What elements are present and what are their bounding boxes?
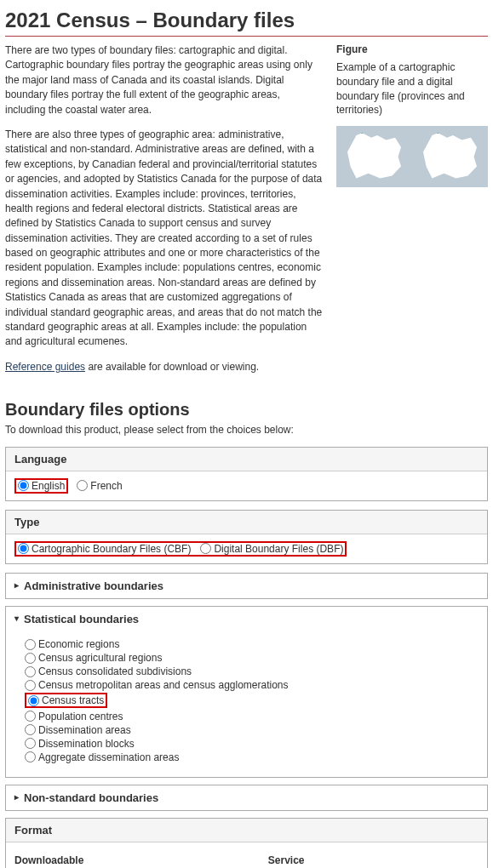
type-cbf-label: Cartographic Boundary Files (CBF) [32, 543, 191, 555]
stat-item-dissemination-areas[interactable]: Dissemination areas [25, 724, 479, 736]
stat-radio-4[interactable] [28, 695, 39, 706]
map-digital-icon [421, 133, 480, 180]
language-panel: Language English French [5, 447, 488, 501]
reference-guides-link[interactable]: Reference guides [5, 361, 85, 373]
stat-item-population-centres[interactable]: Population centres [25, 711, 479, 722]
stat-radio-5[interactable] [25, 711, 36, 722]
map-cartographic-icon [345, 133, 404, 180]
stat-item-agricultural-regions[interactable]: Census agricultural regions [25, 652, 479, 664]
stat-radio-2[interactable] [25, 666, 36, 677]
type-dbf-radio[interactable] [200, 543, 211, 554]
stat-radio-7[interactable] [25, 738, 36, 749]
type-highlight: Cartographic Boundary Files (CBF) Digita… [14, 541, 347, 557]
format-col-downloadable: Downloadable [14, 851, 268, 868]
stat-item-economic-regions[interactable]: Economic regions [25, 638, 479, 650]
intro-paragraph-2: There are also three types of geographic… [5, 128, 323, 350]
language-french-radio[interactable] [77, 480, 88, 491]
type-dbf-label: Digital Boundary Files (DBF) [214, 543, 343, 555]
page-title: 2021 Census – Boundary files [5, 9, 488, 37]
figure-aside: Figure Example of a cartographic boundar… [336, 43, 488, 385]
type-cbf-radio[interactable] [18, 543, 29, 554]
stat-census-tracts-highlight: Census tracts [25, 693, 107, 708]
stat-radio-3[interactable] [25, 680, 36, 691]
language-french-label: French [90, 480, 122, 492]
figure-description: Example of a cartographic boundary file … [336, 60, 488, 117]
intro-text: There are two types of boundary files: c… [5, 43, 323, 385]
stat-item-dissemination-blocks[interactable]: Dissemination blocks [25, 738, 479, 750]
stat-item-cma-ca[interactable]: Census metropolitan areas and census agg… [25, 679, 479, 691]
figure-title: Figure [336, 43, 488, 55]
stat-item-census-tracts[interactable]: Census tracts [28, 694, 104, 706]
format-legend: Format [6, 819, 487, 842]
statistical-boundaries-section[interactable]: Statistical boundaries Economic regions … [5, 606, 488, 778]
options-instruction: To download this product, please select … [5, 423, 488, 437]
administrative-boundaries-section[interactable]: Administrative boundaries [5, 573, 488, 599]
stat-radio-0[interactable] [25, 639, 36, 650]
type-panel: Type Cartographic Boundary Files (CBF) D… [5, 510, 488, 565]
nonstandard-boundaries-summary[interactable]: Non-standard boundaries [6, 785, 487, 810]
language-english-highlight: English [14, 478, 68, 494]
stat-item-consolidated-subdivisions[interactable]: Census consolidated subdivisions [25, 665, 479, 677]
options-heading: Boundary files options [5, 400, 488, 420]
statistical-boundaries-summary[interactable]: Statistical boundaries [6, 607, 487, 631]
intro-paragraph-1: There are two types of boundary files: c… [5, 43, 323, 117]
format-panel: Format Downloadable Service Shapefile (.… [5, 818, 488, 868]
stat-item-aggregate-dissemination-areas[interactable]: Aggregate dissemination areas [25, 751, 479, 763]
nonstandard-boundaries-section[interactable]: Non-standard boundaries [5, 785, 488, 811]
figure-image [336, 126, 488, 187]
stat-radio-8[interactable] [25, 751, 36, 762]
language-english-radio[interactable] [18, 480, 29, 491]
reference-line: Reference guides are available for downl… [5, 360, 323, 374]
language-english-label: English [32, 480, 65, 492]
type-legend: Type [6, 511, 487, 534]
stat-radio-1[interactable] [25, 653, 36, 664]
language-legend: Language [6, 448, 487, 471]
administrative-boundaries-summary[interactable]: Administrative boundaries [6, 574, 487, 598]
format-col-service: Service [268, 851, 479, 868]
stat-radio-6[interactable] [25, 724, 36, 735]
